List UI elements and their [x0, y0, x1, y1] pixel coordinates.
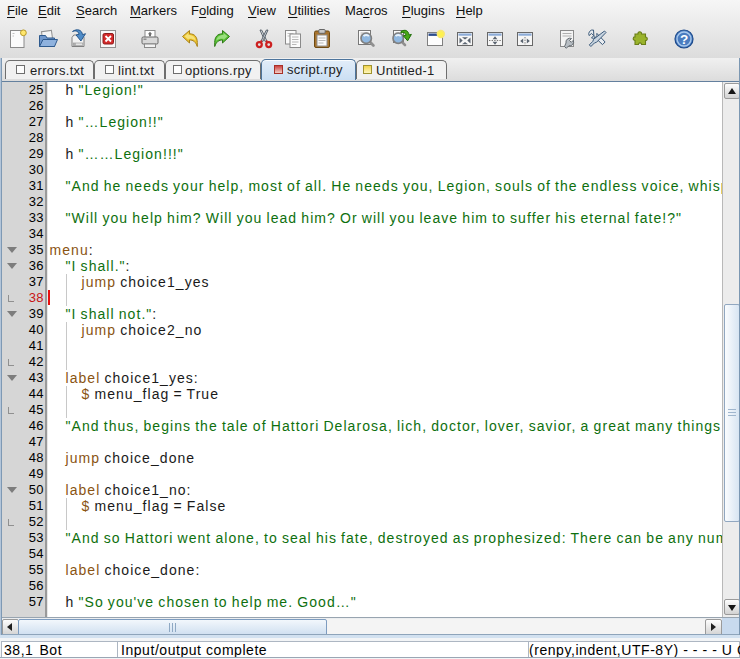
- svg-text:?: ?: [680, 32, 688, 47]
